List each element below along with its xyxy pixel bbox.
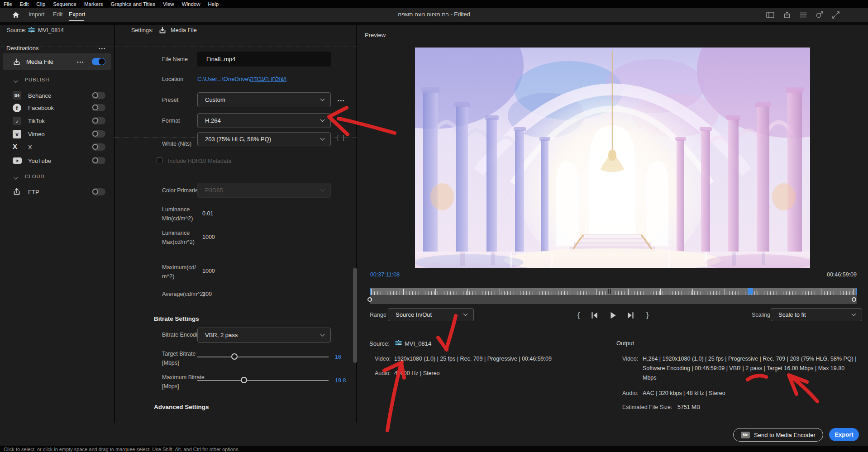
cloud-collapse-chevron[interactable] [14,174,17,181]
output-video-line3: Mbps [643,375,657,381]
menu-item-view[interactable]: View [163,1,174,7]
source-sequence-name[interactable]: MVI_0814 [38,27,64,33]
hdr10-metadata-checkbox[interactable] [157,157,162,163]
menu-item-clip[interactable]: Clip [36,1,45,7]
maximum-value[interactable]: 1000 [202,268,215,274]
youtube-toggle[interactable] [92,157,105,164]
facebook-toggle[interactable] [92,104,105,111]
workspace-layout-button[interactable] [766,11,774,19]
format-dropdown[interactable]: H.264 [197,113,331,128]
luminance-max-value[interactable]: 1000 [202,234,215,240]
tab-edit[interactable]: Edit [53,8,63,22]
format-arrow-tail [339,119,395,133]
maximum-bitrate-slider-knob[interactable] [241,377,247,383]
ftp-icon [13,188,21,197]
play-button[interactable] [608,311,618,320]
location-link[interactable]: C:\User...\OneDrive\שולחן העבודה\ [197,76,286,82]
average-label: Average(cd/m^2) [162,291,205,297]
export-button[interactable]: Export [829,428,859,441]
send-to-media-encoder-button[interactable]: Me Send to Media Encoder [733,428,823,442]
bitrate-encoding-dropdown[interactable]: VBR, 2 pass [197,328,331,343]
maximum-bitrate-label2: [Mbps] [162,383,179,390]
menu-item-sequence[interactable]: Sequence [53,1,76,7]
share-button[interactable] [783,11,791,19]
menu-item-markers[interactable]: Markers [84,1,103,7]
tiktok-toggle[interactable] [92,117,105,124]
location-label: Location [162,76,183,82]
media-file-toggle[interactable] [92,58,105,65]
settings-media-file-icon [158,26,167,36]
status-bar: Click to select, or click in empty space… [0,446,868,452]
home-button[interactable] [12,11,20,19]
timecode-current[interactable]: 00:37:11:08 [370,271,400,278]
behance-toggle[interactable] [92,92,105,99]
publish-collapse-chevron[interactable] [14,77,17,84]
preview-title: Preview [365,32,386,38]
settings-target-name: Media File [171,27,197,33]
mark-out-button[interactable]: } [646,311,649,319]
fullscreen-button[interactable] [832,11,840,19]
x-icon: X [13,143,17,150]
step-back-button[interactable] [590,311,600,320]
mark-in-button[interactable]: { [577,311,580,319]
average-value[interactable]: 200 [202,291,212,297]
tab-import[interactable]: Import [29,8,44,22]
destinations-menu-button[interactable]: ••• [99,46,106,51]
quick-export-button[interactable] [816,11,824,19]
step-forward-button[interactable] [626,311,636,320]
luminance-min-value[interactable]: 0.01 [202,210,213,217]
settings-scrollbar[interactable] [353,268,357,363]
settings-label: Settings: [131,27,153,33]
bitrate-encoding-value: VBR, 2 pass [205,332,238,338]
white-nits-aux-button[interactable] [338,135,344,141]
media-file-menu-button[interactable]: ••• [77,60,85,65]
target-arrow-head [789,375,807,394]
ftp-toggle[interactable] [92,188,105,195]
target-bitrate-slider-knob[interactable] [231,353,238,360]
file-name-input[interactable]: FinalL.mp4 [197,52,331,67]
out-point-marker[interactable] [856,288,857,295]
header-divider [0,22,868,25]
range-handle-left[interactable] [367,297,372,302]
media-file-label: Media File [26,58,53,65]
chevron-down-icon [320,187,325,191]
source-video-value: 1920x1080 (1.0) | 25 fps | Rec. 709 | Pr… [394,356,552,362]
vimeo-toggle[interactable] [92,130,105,138]
menu-item-graphics-and-titles[interactable]: Graphics and Titles [111,1,155,7]
in-point-marker[interactable] [370,288,371,295]
scaling-dropdown[interactable]: Scale to fit [771,308,862,321]
tab-export[interactable]: Export [69,8,85,22]
scaling-label: Scaling [752,312,770,318]
menu-item-file[interactable]: File [4,1,12,7]
timeline-scrubber[interactable] [370,288,857,295]
premiere-export-window: File Edit Clip Sequence Markers Graphics… [0,0,868,452]
menu-bar: File Edit Clip Sequence Markers Graphics… [0,0,868,8]
playhead[interactable] [608,289,609,294]
preview-frame[interactable] [415,48,810,268]
maximum-bitrate-slider-track[interactable] [197,380,329,381]
range-handle-right[interactable] [852,297,856,302]
color-primaries-dropdown: P3D65 [197,183,331,198]
settings-preview-divider [356,25,357,423]
playhead-grip[interactable] [610,289,611,294]
target-bitrate-slider-track[interactable] [197,357,329,357]
timeline-blue-marker[interactable] [748,288,753,295]
x-toggle[interactable] [92,143,105,151]
format-label: Format [162,118,180,124]
target-bitrate-value[interactable]: 16 [335,354,341,360]
preset-dropdown[interactable]: Custom [197,92,331,107]
menu-item-window[interactable]: Window [182,1,200,7]
preset-menu-button[interactable]: ••• [338,98,345,103]
range-dropdown[interactable]: Source In/Out [388,308,474,321]
estimated-file-size-value: 5751 MB [677,404,700,410]
share-icon [783,11,791,19]
menu-item-edit[interactable]: Edit [20,1,29,7]
workspaces-button[interactable] [799,11,807,19]
timeline-range-bar[interactable] [370,295,857,304]
menu-item-help[interactable]: Help [208,1,219,7]
white-nits-dropdown[interactable]: 203 (75% HLG, 58% PQ) [197,132,331,146]
maximum-bitrate-value[interactable]: 19.8 [335,377,346,384]
source-audio-value: 48000 Hz | Stereo [394,370,440,376]
output-audio-label: Audio: [622,390,638,396]
format-value: H.264 [205,117,221,124]
